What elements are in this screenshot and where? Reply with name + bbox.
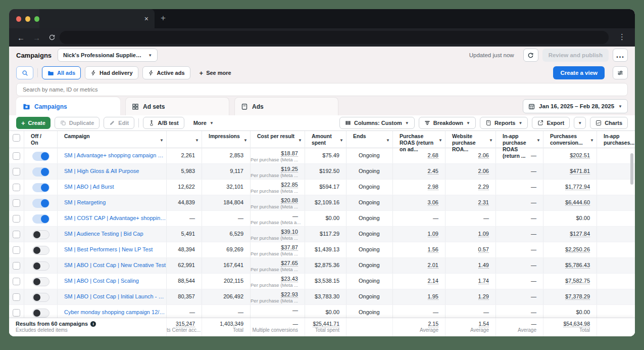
column-header-campaign[interactable]: Campaign▼ xyxy=(58,131,167,159)
row-checkbox[interactable] xyxy=(13,184,20,191)
campaign-link[interactable]: SM | Audience Testing | Bid Cap xyxy=(64,231,166,237)
review-and-publish-button[interactable]: Review and publish xyxy=(542,49,609,62)
row-checkbox[interactable] xyxy=(13,262,20,270)
campaign-link[interactable]: SM | ABO | Cost Cap | Initial Launch - C… xyxy=(64,293,166,299)
column-header-ends[interactable]: Ends▼ xyxy=(346,131,393,159)
account-name: Nick's Professional Supplies AD Acco... xyxy=(63,52,144,58)
footer-in-app-purchase-roas: —Average xyxy=(496,318,543,336)
campaign-toggle[interactable] xyxy=(32,199,49,208)
in-app-purchase-roas-cell: — xyxy=(496,180,543,195)
row-checkbox[interactable] xyxy=(13,278,20,285)
forward-icon[interactable]: → xyxy=(33,33,40,42)
website-purchase-roas-cell: 2.29 xyxy=(445,180,496,195)
select-all-checkbox[interactable] xyxy=(13,134,20,142)
account-selector[interactable]: Nick's Professional Supplies AD Acco... … xyxy=(58,49,158,62)
column-header-purchase-roas[interactable]: Purchase ROAS (return on ad...▼ xyxy=(393,131,445,159)
maximize-window-button[interactable] xyxy=(34,16,39,22)
column-header-in-app-purchases[interactable]: In-app purchases... xyxy=(597,131,635,159)
see-more-button[interactable]: + See more xyxy=(194,66,236,79)
new-tab-button[interactable]: + xyxy=(161,14,166,22)
row-checkbox[interactable] xyxy=(13,168,20,176)
amount-spent-cell: $2,875.36 xyxy=(305,258,346,273)
column-header-in-app-purchase-roas[interactable]: In-app purchase ROAS (return ...▼ xyxy=(496,131,543,159)
reports-button[interactable]: Reports ▼ xyxy=(480,117,528,129)
campaign-toggle[interactable] xyxy=(32,183,49,192)
export-button[interactable]: Export xyxy=(532,117,570,129)
campaign-toggle[interactable] xyxy=(32,261,49,271)
export-dropdown-button[interactable]: ▼ xyxy=(574,117,586,129)
row-checkbox-cell xyxy=(9,180,24,195)
campaign-link[interactable]: SM | ABO | Ad Burst xyxy=(64,184,166,190)
row-checkbox-cell xyxy=(9,274,24,289)
more-options-button[interactable]: ... xyxy=(613,49,628,62)
cost-per-result-cell: $23.43Per purchase (Meta ... xyxy=(251,274,305,289)
columns-button[interactable]: Columns: Custom ▼ xyxy=(339,117,415,129)
create-button[interactable]: + Create xyxy=(16,117,51,129)
breakdown-icon xyxy=(424,120,430,126)
tab-close-icon[interactable]: × xyxy=(144,15,148,22)
campaign-link[interactable]: Cyber monday shopping campaign 12/04/20.… xyxy=(64,309,166,315)
vertical-scrollbar[interactable] xyxy=(630,153,633,185)
search-button[interactable] xyxy=(16,66,33,79)
back-icon[interactable]: ← xyxy=(17,33,25,42)
campaign-toggle[interactable] xyxy=(32,246,49,255)
campaign-link[interactable]: SM | ABO | Cost Cap | New Creative Test xyxy=(64,262,166,268)
row-checkbox[interactable] xyxy=(13,293,20,301)
cost-per-result-cell: $27.65Per purchase (Meta ... xyxy=(251,258,305,273)
filter-active-ads[interactable]: Active ads xyxy=(142,66,190,79)
ends-cell: Ongoing xyxy=(346,195,393,210)
campaign-link[interactable]: SM | COST CAP | Advantage+ shopping cam.… xyxy=(64,215,166,221)
tab-ads[interactable]: Ads xyxy=(234,97,338,115)
search-input[interactable] xyxy=(16,83,628,96)
column-header-impressions[interactable]: Impressions▼ xyxy=(202,131,251,159)
campaign-link[interactable]: SM | ABO | Cost Cap | Scaling xyxy=(64,278,166,284)
edit-button[interactable]: Edit xyxy=(104,117,134,129)
campaign-toggle[interactable] xyxy=(32,214,49,224)
row-checkbox[interactable] xyxy=(13,246,20,254)
flask-icon xyxy=(148,120,155,126)
campaign-toggle[interactable] xyxy=(32,152,49,161)
address-bar[interactable] xyxy=(60,31,609,44)
campaign-toggle[interactable] xyxy=(32,230,49,239)
filter-had-delivery[interactable]: Had delivery xyxy=(85,66,138,79)
column-header-website-purchase-roas[interactable]: Website purchase ROA...▼ xyxy=(445,131,496,159)
column-header-purchases-conversion[interactable]: Purchases conversion...▼ xyxy=(543,131,597,159)
campaign-toggle[interactable] xyxy=(32,277,49,286)
row-checkbox[interactable] xyxy=(13,231,20,238)
row-checkbox[interactable] xyxy=(13,215,20,223)
in-app-purchase-roas-cell: — xyxy=(496,227,543,242)
select-all-checkbox-cell[interactable] xyxy=(9,131,24,159)
close-window-button[interactable] xyxy=(16,16,21,22)
date-range-picker[interactable]: Jan 16, 2025 – Feb 28, 2025 ▼ xyxy=(523,99,628,113)
campaign-toggle[interactable] xyxy=(32,167,49,177)
footer-cost-per-result: —Multiple conversions xyxy=(251,318,305,336)
column-header-amount-spent[interactable]: Amount spent▼ xyxy=(305,131,346,159)
column-header-truncated[interactable]: ▼ xyxy=(167,131,202,159)
tab-ad-sets[interactable]: Ad sets xyxy=(125,97,229,115)
info-icon[interactable]: i xyxy=(90,321,96,327)
view-settings-button[interactable] xyxy=(613,66,628,79)
duplicate-button[interactable]: Duplicate xyxy=(55,117,100,129)
campaign-link[interactable]: SM | High Gloss & All Purpose xyxy=(64,168,166,174)
browser-menu-icon[interactable]: ⋮ xyxy=(618,32,626,41)
footer-in-app-purchases: $ xyxy=(597,318,635,336)
ab-test-button[interactable]: A/B test xyxy=(143,117,184,129)
campaign-toggle[interactable] xyxy=(32,293,49,302)
filter-all-ads[interactable]: All ads xyxy=(42,66,81,79)
minimize-window-button[interactable] xyxy=(25,16,30,22)
campaign-toggle[interactable] xyxy=(32,309,49,318)
reload-icon[interactable] xyxy=(48,34,56,41)
campaign-link[interactable]: SM | Retargeting xyxy=(64,199,166,205)
row-checkbox[interactable] xyxy=(13,199,20,207)
breakdown-button[interactable]: Breakdown ▼ xyxy=(419,117,476,129)
row-toggle-cell xyxy=(24,211,58,226)
campaign-link[interactable]: SM | Best Performers | New LP Test xyxy=(64,246,166,252)
tab-campaigns[interactable]: Campaigns xyxy=(16,97,120,115)
row-checkbox[interactable] xyxy=(13,309,20,317)
column-header-cost-per-result[interactable]: Cost per result▼ xyxy=(251,131,305,159)
refresh-button[interactable] xyxy=(523,49,538,62)
charts-button[interactable]: Charts xyxy=(590,117,628,129)
more-button[interactable]: More ▼ xyxy=(188,117,219,129)
create-a-view-button[interactable]: Create a view xyxy=(553,66,605,79)
browser-tab[interactable]: × xyxy=(39,9,155,28)
